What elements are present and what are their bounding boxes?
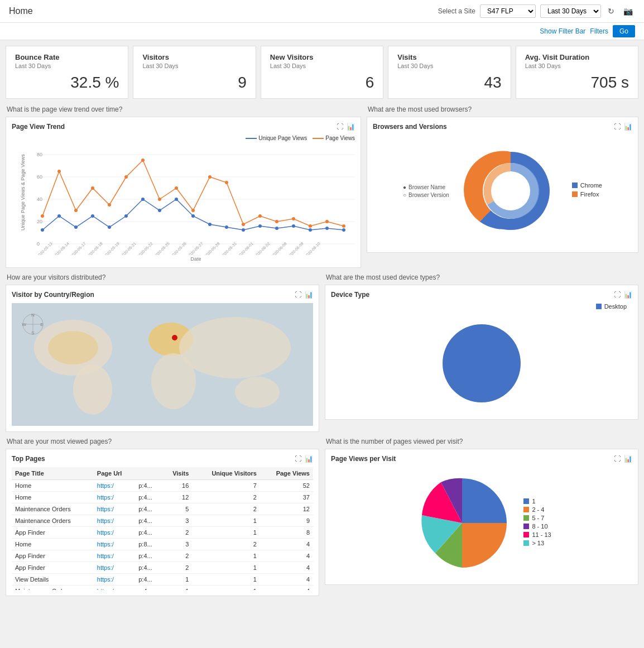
pvpv-color-2: [523, 507, 529, 512]
stat-cards-row: Bounce Rate Last 30 Days 32.5 % Visitors…: [6, 46, 638, 99]
top-pages-question: What are your most viewed pages?: [6, 438, 319, 445]
stat-card-title: Visitors: [142, 53, 246, 61]
device-pie-svg: [437, 319, 526, 408]
svg-text:2020-06-02: 2020-06-02: [254, 241, 271, 255]
pvpv-color-3: [523, 515, 529, 521]
svg-point-17: [158, 209, 161, 212]
top-pages-table: Page Title Page Url Visits Unique Visito…: [12, 467, 313, 590]
device-pie-area: [331, 313, 632, 414]
svg-text:2020-06-01: 2020-06-01: [237, 241, 254, 255]
browsers-section: What are the most used browsers? Browser…: [367, 105, 638, 268]
stat-card: Avg. Visit Duration Last 30 Days 705 s: [516, 46, 638, 99]
chrome-label: Chrome: [580, 182, 602, 189]
go-button[interactable]: Go: [613, 25, 635, 37]
stat-card-subtitle: Last 30 Days: [15, 63, 119, 69]
cell-unique: 1: [192, 562, 260, 574]
svg-point-81: [179, 317, 291, 378]
cell-page-title: Home: [12, 480, 94, 492]
svg-point-10: [41, 228, 44, 232]
cell-page-url[interactable]: https:/: [94, 492, 135, 503]
device-chart-button[interactable]: 📊: [624, 291, 632, 299]
stat-card-title: New Visitors: [270, 53, 374, 61]
cell-page-url[interactable]: https:/: [94, 539, 135, 550]
table-row: App Finder https:/ p:4... 2 1 4: [12, 550, 313, 562]
pvpv-color-6: [523, 540, 529, 546]
top-pages-title: Top Pages: [12, 455, 45, 463]
cell-page-url[interactable]: https:/: [94, 550, 135, 562]
page-view-expand-button[interactable]: ⛶: [337, 123, 343, 131]
refresh-button[interactable]: ↻: [605, 6, 617, 17]
svg-point-38: [191, 209, 195, 212]
page-view-title: Page View Trend: [12, 123, 65, 131]
show-filter-bar-link[interactable]: Show Filter Bar: [540, 27, 585, 35]
line-chart-svg: 80 60 40 20 0: [37, 143, 355, 255]
screenshot-button[interactable]: 📷: [621, 6, 635, 17]
cell-page-url[interactable]: https:/: [94, 480, 135, 492]
browsers-icons: ⛶ 📊: [614, 123, 632, 131]
browsers-expand-button[interactable]: ⛶: [614, 123, 621, 131]
device-section: What are the most used device types? Dev…: [325, 273, 638, 432]
desktop-label: Desktop: [604, 303, 627, 310]
cell-page-url[interactable]: https:/: [94, 585, 135, 591]
browsers-donut-area: ● Browser Name ○ Browser Version: [373, 135, 632, 247]
svg-point-45: [309, 224, 312, 228]
cell-page-url[interactable]: https:/: [94, 503, 135, 515]
cell-visits: 2: [162, 550, 192, 562]
page-view-icons: ⛶ 📊: [337, 123, 355, 131]
cell-visits: 16: [162, 480, 192, 492]
cell-page-title: Home: [12, 492, 94, 503]
pvpv-expand-button[interactable]: ⛶: [614, 455, 621, 463]
stat-card-value: 705 s: [525, 74, 629, 92]
cell-unique: 1: [192, 515, 260, 527]
legend-chrome: Chrome: [572, 182, 602, 189]
col-page-title: Page Title: [12, 467, 94, 480]
cell-page-url[interactable]: https:/: [94, 562, 135, 574]
cell-pageviews: 4: [260, 585, 313, 591]
svg-point-77: [73, 364, 112, 415]
cell-page-url[interactable]: https:/: [94, 527, 135, 539]
device-title: Device Type: [331, 291, 369, 299]
stat-card-title: Bounce Rate: [15, 53, 119, 61]
device-question: What are the most used device types?: [325, 273, 638, 281]
top-pages-expand-button[interactable]: ⛶: [295, 455, 301, 463]
svg-point-23: [258, 224, 262, 228]
x-axis-label: Date: [37, 256, 355, 262]
cell-pageviews: 8: [260, 527, 313, 539]
y-axis-label: Unique Page Views & Page Views: [20, 164, 26, 231]
stat-card-title: Avg. Visit Duration: [525, 53, 629, 61]
svg-point-37: [175, 186, 178, 190]
page-view-chart-button[interactable]: 📊: [347, 123, 355, 131]
svg-point-44: [292, 217, 295, 220]
svg-point-18: [175, 198, 178, 201]
map-title: Visitor by Country/Region: [12, 291, 94, 299]
stat-card-subtitle: Last 30 Days: [270, 63, 374, 69]
filters-link[interactable]: Filters: [590, 27, 608, 35]
svg-point-22: [242, 228, 245, 232]
browsers-chart-button[interactable]: 📊: [624, 123, 632, 131]
map-chart-button[interactable]: 📊: [305, 291, 313, 299]
map-expand-button[interactable]: ⛶: [295, 291, 301, 299]
cell-page-url[interactable]: https:/: [94, 515, 135, 527]
svg-text:2020-05-27: 2020-05-27: [187, 241, 204, 255]
cell-page-url[interactable]: https:/: [94, 574, 135, 585]
svg-point-36: [158, 198, 161, 201]
page-view-panel-header: Page View Trend ⛶ 📊: [12, 123, 355, 131]
cell-unique: 1: [192, 550, 260, 562]
map-area: N S W E: [12, 303, 313, 426]
top-pages-chart-button[interactable]: 📊: [305, 455, 313, 463]
site-select[interactable]: S47 FLP: [480, 4, 536, 18]
svg-text:2020-05-25: 2020-05-25: [153, 241, 170, 255]
pvpv-legend-4: 8 - 10: [523, 523, 551, 530]
top-pages-table-container[interactable]: Page Title Page Url Visits Unique Visito…: [12, 467, 313, 590]
pvpv-chart-button[interactable]: 📊: [624, 455, 632, 463]
table-row: Maintenance Orders https:/ p:4... 5 2 12: [12, 503, 313, 515]
table-row: Home https:/ p:4... 16 7 52: [12, 480, 313, 492]
row-3: What are your most viewed pages? Top Pag…: [6, 438, 638, 596]
device-expand-button[interactable]: ⛶: [614, 291, 621, 299]
cell-param: p:4...: [135, 574, 162, 585]
svg-point-29: [41, 214, 44, 218]
date-range-select[interactable]: Last 30 Days: [540, 4, 601, 18]
cell-param: p:4...: [135, 492, 162, 503]
device-icons: ⛶ 📊: [614, 291, 632, 299]
svg-point-40: [225, 181, 228, 184]
